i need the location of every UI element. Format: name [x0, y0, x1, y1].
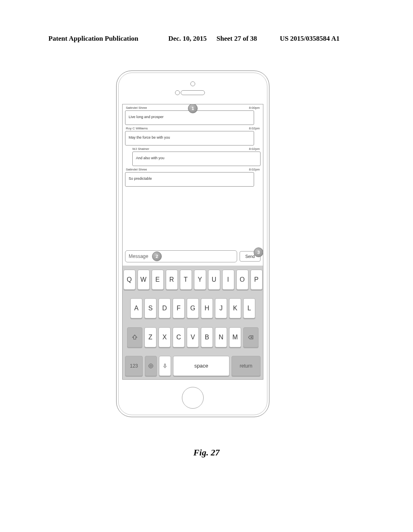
- message-block: Roy C Williams 8:02pm May the force be w…: [125, 127, 261, 145]
- key-j[interactable]: J: [215, 298, 227, 318]
- conversation-list: 1 Satindel Shree 8:00pm Live long and pr…: [123, 104, 263, 247]
- key-space[interactable]: space: [173, 356, 229, 376]
- key-q[interactable]: Q: [123, 270, 136, 290]
- message-time: 8:02pm: [249, 147, 260, 151]
- backspace-icon: [248, 334, 254, 341]
- page-header: Patent Application Publication Dec. 10, …: [48, 35, 365, 43]
- earpiece-speaker: [181, 90, 205, 95]
- key-l[interactable]: L: [243, 298, 255, 318]
- key-i[interactable]: I: [222, 270, 234, 290]
- key-y[interactable]: Y: [194, 270, 206, 290]
- message-input[interactable]: Message 2: [125, 250, 237, 262]
- send-button[interactable]: Send 3: [240, 251, 261, 262]
- message-sender: Satindel Shree: [126, 106, 147, 110]
- message-placeholder: Message: [129, 254, 148, 259]
- key-m[interactable]: M: [229, 327, 241, 347]
- compose-keyboard-area: Message 2 Send 3 Q W E R T Y: [123, 247, 263, 379]
- pub-type: Patent Application Publication: [48, 35, 138, 42]
- key-w[interactable]: W: [138, 270, 150, 290]
- pub-date: Dec. 10, 2015: [168, 35, 206, 42]
- sheet-num: Sheet 27 of 38: [217, 35, 257, 42]
- message-sender: WJ Shatner: [132, 147, 149, 151]
- key-numbers[interactable]: 123: [125, 356, 143, 376]
- key-h[interactable]: H: [201, 298, 213, 318]
- key-n[interactable]: N: [215, 327, 227, 347]
- callout-badge-1: 1: [188, 104, 198, 113]
- message-bubble[interactable]: Live long and prosper: [125, 110, 254, 125]
- key-backspace[interactable]: [243, 327, 259, 347]
- key-v[interactable]: V: [187, 327, 199, 347]
- onscreen-keyboard: Q W E R T Y U I O P A S D: [123, 266, 263, 379]
- message-sender: Roy C Williams: [126, 127, 148, 130]
- message-time: 8:02pm: [249, 168, 260, 171]
- figure-caption: Fig. 27: [0, 447, 413, 458]
- callout-badge-2: 2: [152, 251, 162, 261]
- pub-no: US 2015/0358584 A1: [280, 35, 340, 42]
- key-mic[interactable]: [159, 356, 171, 376]
- key-f[interactable]: F: [173, 298, 185, 318]
- svg-rect-1: [165, 364, 166, 366]
- message-text: And also with you: [136, 156, 165, 160]
- phone-frame: 1 Satindel Shree 8:00pm Live long and pr…: [116, 71, 269, 417]
- key-o[interactable]: O: [236, 270, 248, 290]
- key-p[interactable]: P: [250, 270, 263, 290]
- message-block: 1 Satindel Shree 8:00pm Live long and pr…: [125, 106, 261, 125]
- key-a[interactable]: A: [130, 298, 142, 318]
- message-bubble[interactable]: And also with you: [132, 152, 261, 166]
- key-shift[interactable]: [127, 327, 142, 347]
- key-x[interactable]: X: [159, 327, 171, 347]
- sensor-icon: [175, 90, 180, 95]
- key-z[interactable]: Z: [144, 327, 156, 347]
- message-bubble[interactable]: So predictable: [125, 172, 254, 187]
- key-e[interactable]: E: [152, 270, 164, 290]
- top-camera-icon: [190, 81, 195, 86]
- key-u[interactable]: U: [208, 270, 220, 290]
- key-c[interactable]: C: [173, 327, 185, 347]
- message-block: WJ Shatner 8:02pm And also with you: [125, 147, 261, 166]
- key-globe[interactable]: [145, 356, 157, 376]
- key-k[interactable]: K: [229, 298, 241, 318]
- globe-icon: [148, 363, 154, 369]
- microphone-icon: [162, 363, 168, 369]
- key-s[interactable]: S: [144, 298, 156, 318]
- message-block: Satindel Shree 8:02pm So predictable: [125, 168, 261, 187]
- message-time: 8:02pm: [249, 127, 260, 130]
- phone-screen: 1 Satindel Shree 8:00pm Live long and pr…: [122, 104, 263, 380]
- send-label: Send: [245, 254, 254, 259]
- callout-badge-3: 3: [254, 247, 263, 257]
- key-b[interactable]: B: [201, 327, 213, 347]
- message-text: So predictable: [129, 177, 152, 181]
- key-t[interactable]: T: [180, 270, 192, 290]
- message-sender: Satindel Shree: [126, 168, 147, 171]
- message-text: Live long and prosper: [129, 115, 164, 119]
- key-r[interactable]: R: [166, 270, 178, 290]
- key-return[interactable]: return: [232, 356, 261, 376]
- home-button[interactable]: [182, 387, 204, 409]
- key-g[interactable]: G: [187, 298, 199, 318]
- shift-icon: [131, 334, 138, 341]
- key-d[interactable]: D: [159, 298, 171, 318]
- message-time: 8:00pm: [249, 106, 260, 110]
- message-text: May the force be with you: [129, 135, 170, 139]
- message-bubble[interactable]: May the force be with you: [125, 131, 254, 145]
